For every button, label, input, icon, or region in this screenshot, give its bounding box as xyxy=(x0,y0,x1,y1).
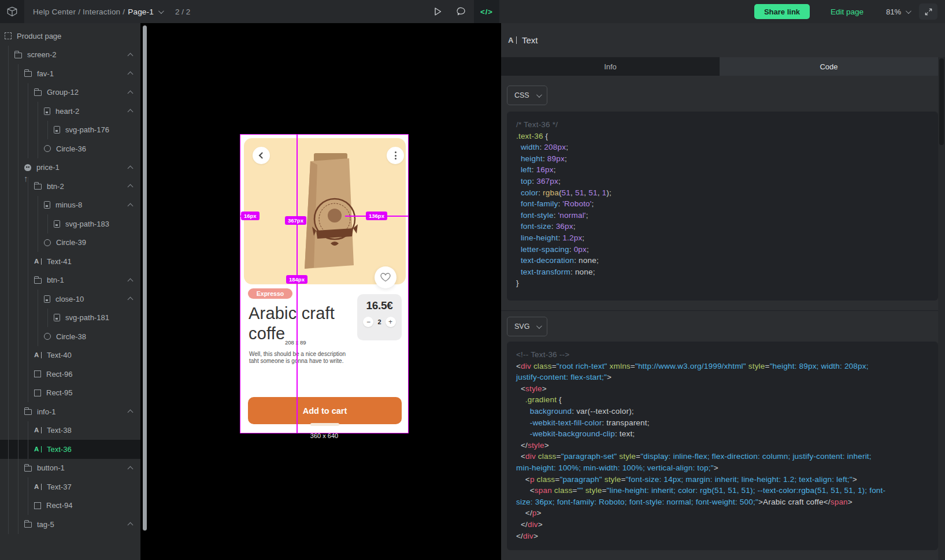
app-logo[interactable] xyxy=(0,0,24,23)
layer-label: fav-1 xyxy=(37,69,54,78)
measure-badge-top: 367px xyxy=(285,216,306,225)
back-button[interactable] xyxy=(253,147,270,164)
layer-item-screen-2[interactable]: screen-2 xyxy=(0,46,140,65)
layer-item-circle-36[interactable]: Circle-36 xyxy=(0,139,140,158)
layer-item-svg-path-183[interactable]: svg-path-183 xyxy=(0,214,140,233)
sidebar-scrollbar[interactable] xyxy=(143,25,147,531)
product-tag-badge[interactable]: Expresso xyxy=(248,288,292,299)
layer-item-circle-39[interactable]: Circle-39 xyxy=(0,233,140,253)
layer-label: close-10 xyxy=(55,295,84,303)
indent-guide xyxy=(8,496,9,516)
share-link-button[interactable]: Share link xyxy=(754,4,810,19)
doc-layer-icon xyxy=(54,220,60,228)
chevron-up-icon[interactable] xyxy=(128,278,134,284)
chevron-up-icon[interactable] xyxy=(128,184,134,190)
kebab-menu-icon xyxy=(395,151,396,160)
chevron-up-icon[interactable] xyxy=(128,522,134,528)
zoom-level-control[interactable]: 81% xyxy=(886,0,910,23)
indent-guide xyxy=(38,102,38,121)
indent-guide xyxy=(28,233,28,253)
layer-item-info-1[interactable]: info-1 xyxy=(0,402,140,421)
code-line: width: 208px; xyxy=(516,142,929,153)
layer-item-svg-path-181[interactable]: svg-path-181 xyxy=(0,309,140,328)
chevron-up-icon[interactable] xyxy=(128,53,134,58)
rect-layer-icon xyxy=(34,370,41,377)
layer-item-text-41[interactable]: AText-41 xyxy=(0,252,140,271)
code-line: left: 16px; xyxy=(516,164,929,176)
layer-item-rect-96[interactable]: Rect-96 xyxy=(0,365,140,384)
layer-item-rect-95[interactable]: Rect-95 xyxy=(0,384,140,403)
chevron-up-icon[interactable] xyxy=(128,410,134,416)
layer-item-text-36[interactable]: AText-36 xyxy=(0,440,140,459)
layer-item-text-40[interactable]: AText-40 xyxy=(0,346,140,365)
code-line: font-family: 'Roboto'; xyxy=(516,198,929,210)
layer-item-btn-2[interactable]: btn-2↑ xyxy=(0,177,140,196)
panel-scrollbar[interactable] xyxy=(938,57,945,560)
code-line: <style> xyxy=(516,383,929,395)
code-line: text-decoration: none; xyxy=(516,255,929,266)
layer-label: price-1 xyxy=(36,163,60,172)
layer-item-close-10[interactable]: close-10 xyxy=(0,290,140,309)
layer-item-text-37[interactable]: AText-37 xyxy=(0,477,140,496)
breadcrumb[interactable]: Help Center / Interaction / Page-1 xyxy=(33,0,162,23)
add-to-cart-button[interactable]: Add to cart xyxy=(248,397,402,424)
layer-item-text-38[interactable]: AText-38 xyxy=(0,421,140,440)
indent-guide xyxy=(28,346,28,365)
layer-item-button-1[interactable]: button-1 xyxy=(0,459,140,478)
chevron-up-icon[interactable] xyxy=(128,72,134,77)
layer-item-heart-2[interactable]: heart-2 xyxy=(0,102,140,121)
layer-item-group-12[interactable]: Group-12 xyxy=(0,83,140,102)
layer-item-price-1[interactable]: price-1 xyxy=(0,158,140,177)
circle-layer-icon xyxy=(44,333,51,340)
product-title[interactable]: Arabic craft coffe xyxy=(249,303,353,344)
fullscreen-button[interactable] xyxy=(919,3,937,20)
topbar: Help Center / Interaction / Page-1 2 / 2… xyxy=(0,0,945,23)
indent-guide xyxy=(28,290,28,309)
layer-item-fav-1[interactable]: fav-1 xyxy=(0,64,140,83)
layer-label: Rect-96 xyxy=(46,370,73,379)
panel-tabs: Info Code xyxy=(501,57,938,76)
indent-guide xyxy=(8,440,9,459)
tab-info[interactable]: Info xyxy=(501,57,720,76)
chevron-up-icon[interactable] xyxy=(128,203,134,209)
layer-item-circle-38[interactable]: Circle-38 xyxy=(0,327,140,346)
indent-guide xyxy=(18,421,18,440)
layer-label: btn-1 xyxy=(47,276,64,284)
edit-page-link[interactable]: Edit page xyxy=(831,0,864,23)
code-line: min-height: 100%; min-width: 100%; verti… xyxy=(516,462,929,474)
layer-item-svg-path-176[interactable]: svg-path-176 xyxy=(0,121,140,140)
more-menu-button[interactable] xyxy=(387,147,404,164)
indent-guide xyxy=(28,477,28,496)
price-panel[interactable]: 16.5€ − 2 + xyxy=(357,294,402,340)
favorite-button[interactable] xyxy=(375,266,396,288)
minus-button[interactable]: − xyxy=(363,317,373,327)
css-format-dropdown[interactable]: CSS xyxy=(507,86,547,105)
plus-button[interactable]: + xyxy=(386,317,396,327)
layer-item-tag-5[interactable]: tag-5 xyxy=(0,515,140,534)
chevron-up-icon[interactable] xyxy=(128,466,134,472)
frame-size-label: 360 x 640 xyxy=(240,432,409,439)
product-description[interactable]: Well, this should be a nice description … xyxy=(249,351,346,365)
indent-guide xyxy=(18,365,18,384)
panel-scrollbar-thumb[interactable] xyxy=(939,58,944,145)
layer-item-product page[interactable]: Product page xyxy=(0,27,140,46)
layer-item-btn-1[interactable]: btn-1 xyxy=(0,271,140,290)
layer-item-rect-94[interactable]: Rect-94 xyxy=(0,496,140,516)
canvas[interactable]: Expresso Arabic craft coffe 208 x 89 16.… xyxy=(140,23,501,560)
chevron-up-icon[interactable] xyxy=(128,109,134,115)
play-button[interactable] xyxy=(428,0,447,23)
device-frame[interactable]: Expresso Arabic craft coffe 208 x 89 16.… xyxy=(240,134,409,433)
indent-guide xyxy=(8,477,9,496)
chevron-up-icon[interactable] xyxy=(128,297,134,303)
layer-item-minus-8[interactable]: minus-8 xyxy=(0,196,140,215)
layer-label: button-1 xyxy=(37,463,65,472)
tab-code[interactable]: Code xyxy=(720,57,938,76)
measure-badge-left: 16px xyxy=(241,212,260,220)
code-view-button[interactable]: </> xyxy=(474,0,499,23)
comment-button[interactable] xyxy=(451,0,470,23)
svg-format-dropdown[interactable]: SVG xyxy=(507,317,547,336)
chevron-up-icon[interactable] xyxy=(128,165,134,171)
chevron-down-icon[interactable] xyxy=(158,8,164,14)
indent-guide xyxy=(8,121,9,140)
chevron-up-icon[interactable] xyxy=(128,90,134,96)
